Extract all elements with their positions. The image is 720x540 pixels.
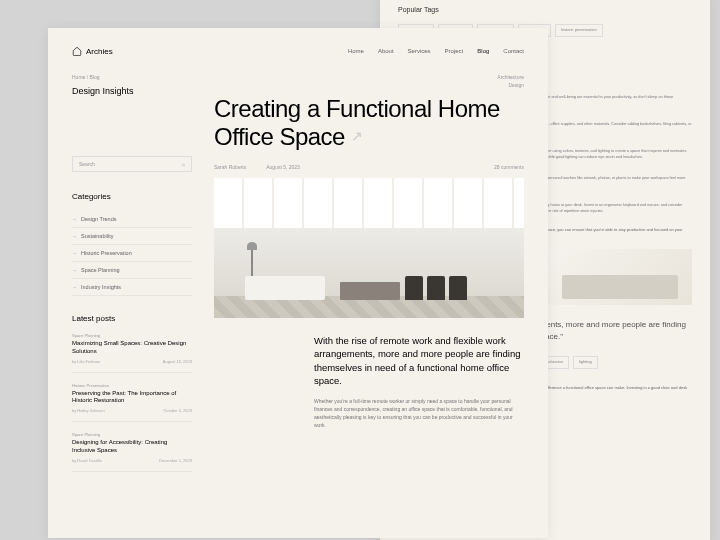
hero-image <box>214 178 524 318</box>
article-body: With the rise of remote work and flexibl… <box>214 334 524 429</box>
header: Archies Home About Services Project Blog… <box>72 46 524 56</box>
post-date: August 10, 2023 <box>163 359 192 364</box>
latest-posts: Space Planning Maximizing Small Spaces: … <box>72 333 192 472</box>
author: Sarah Roberts <box>214 164 246 170</box>
nav-about[interactable]: About <box>378 48 394 54</box>
office-image-2 <box>548 249 692 305</box>
nav: Home About Services Project Blog Contact <box>348 48 524 54</box>
categories-list: Design Trends Sustainability Historic Pr… <box>72 211 192 296</box>
house-icon <box>72 46 82 56</box>
section-title: Design Insights <box>72 86 192 96</box>
post-card[interactable]: Historic Preservation Preserving the Pas… <box>72 383 192 423</box>
tag[interactable]: historic preservation <box>555 24 603 37</box>
post-card[interactable]: Space Planning Maximizing Small Spaces: … <box>72 333 192 373</box>
search-placeholder: Search <box>79 161 95 167</box>
post-author: by David Castillo <box>72 458 102 463</box>
nav-contact[interactable]: Contact <box>503 48 524 54</box>
date: August 5, 2023 <box>266 164 300 170</box>
lead-paragraph: With the rise of remote work and flexibl… <box>314 334 524 387</box>
body-paragraph: Whether you're a full-time remote worker… <box>314 397 524 429</box>
post-author: by Hailey Johnson <box>72 408 105 413</box>
sidebar: Home / Blog Design Insights Search ⌕ Cat… <box>72 74 192 482</box>
breadcrumb: Home / Blog <box>72 74 192 80</box>
logo[interactable]: Archies <box>72 46 113 56</box>
post-author: by Lilia Fridman <box>72 359 100 364</box>
nav-services[interactable]: Services <box>408 48 431 54</box>
nav-blog[interactable]: Blog <box>477 48 489 54</box>
nav-project[interactable]: Project <box>445 48 464 54</box>
post-category: Space Planning <box>72 333 192 338</box>
post-category: Space Planning <box>72 432 192 437</box>
post-title: Maximizing Small Spaces: Creative Design… <box>72 340 192 356</box>
tag[interactable]: Design <box>497 82 524 90</box>
popular-tags-title: Popular Tags <box>398 4 692 16</box>
article-meta: Sarah Roberts August 5, 2023 28 comments <box>214 164 524 170</box>
post-date: December 1, 2023 <box>159 458 192 463</box>
category-item[interactable]: Sustainability <box>72 228 192 245</box>
page-primary: Archies Home About Services Project Blog… <box>48 28 548 538</box>
post-card[interactable]: Space Planning Designing for Accessibili… <box>72 432 192 472</box>
category-item[interactable]: Design Trends <box>72 211 192 228</box>
categories-title: Categories <box>72 192 192 201</box>
post-date: October 5, 2023 <box>163 408 192 413</box>
nav-home[interactable]: Home <box>348 48 364 54</box>
article-tags: Architecture Design <box>497 74 524 89</box>
post-category: Historic Preservation <box>72 383 192 388</box>
search-icon: ⌕ <box>182 161 185 167</box>
tag[interactable]: Architecture <box>497 74 524 82</box>
latest-title: Latest posts <box>72 314 192 323</box>
article-title: Creating a Functional Home Office Space … <box>214 95 524 150</box>
main-content: Architecture Design Creating a Functiona… <box>214 74 524 482</box>
arrow-icon: ↗ <box>351 128 363 144</box>
tag[interactable]: lighting <box>573 356 598 369</box>
category-item[interactable]: Historic Preservation <box>72 245 192 262</box>
category-item[interactable]: Industry Insights <box>72 279 192 296</box>
brand-name: Archies <box>86 47 113 56</box>
category-item[interactable]: Space Planning <box>72 262 192 279</box>
comments-count[interactable]: 28 comments <box>494 164 524 170</box>
search-input[interactable]: Search ⌕ <box>72 156 192 172</box>
post-title: Designing for Accessibility: Creating In… <box>72 439 192 455</box>
post-title: Preserving the Past: The Importance of H… <box>72 390 192 406</box>
